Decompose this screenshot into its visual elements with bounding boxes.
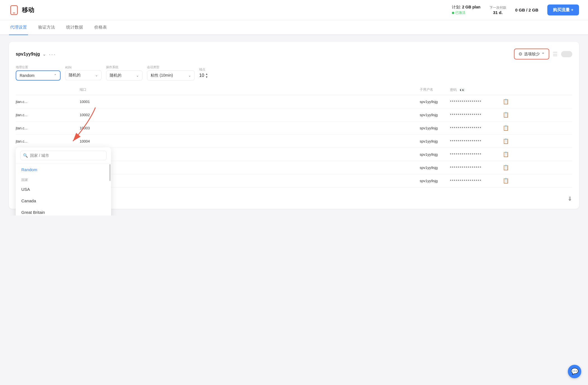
row-port: 10004 bbox=[80, 139, 417, 143]
copy-icon: 📋 bbox=[503, 138, 509, 144]
row-username: spv1yy9sjg bbox=[420, 139, 448, 143]
main-content: spv1yy9sjg ⌄ ··· ⚙ 选项较少 ⌃ ☰ 地理位置 Random bbox=[0, 35, 588, 216]
row-port: 10007 bbox=[80, 179, 417, 183]
more-options-button[interactable]: ··· bbox=[49, 51, 56, 57]
th-host bbox=[16, 87, 77, 93]
row-copy[interactable]: 📋 bbox=[503, 112, 553, 118]
card-title-area: spv1yy9sjg ⌄ ··· bbox=[16, 51, 56, 57]
row-password: **************** bbox=[450, 100, 500, 104]
row-username: spv1yy9sjg bbox=[420, 179, 448, 183]
mobile-icon bbox=[9, 5, 19, 15]
dropdown-item-canada[interactable]: Canada bbox=[16, 195, 111, 207]
geo-filter-value: Random bbox=[20, 73, 35, 78]
tab-bar: 代理设置 验证方法 统计数据 价格表 bbox=[0, 20, 588, 35]
copy-icon: 📋 bbox=[503, 152, 509, 157]
row-port: 10001 bbox=[80, 100, 417, 104]
row-copy[interactable]: 📋 bbox=[503, 98, 553, 105]
copy-icon: 📋 bbox=[503, 178, 509, 184]
gear-icon: ⚙ bbox=[518, 51, 522, 57]
dropdown-item-random[interactable]: Random bbox=[16, 164, 111, 175]
row-port: 10005 bbox=[80, 152, 417, 157]
geo-filter-select[interactable]: Random ⌃ bbox=[16, 70, 61, 81]
next-payment-value: 31 d. bbox=[490, 10, 506, 15]
port-filter-value: 10 bbox=[199, 73, 204, 78]
card-title: spv1yy9sjg bbox=[16, 52, 40, 57]
asn-filter-group: ASN 随机的 ⌄ bbox=[65, 66, 102, 80]
copy-icon: 📋 bbox=[503, 112, 509, 118]
next-payment-info: 下一次付款 31 d. bbox=[490, 5, 506, 15]
search-input[interactable] bbox=[20, 151, 107, 160]
row-port: 10006 bbox=[80, 166, 417, 170]
row-username: spv1yy9sjg bbox=[420, 126, 448, 130]
download-button[interactable]: ⇓ bbox=[568, 195, 572, 202]
toggle-switch[interactable] bbox=[561, 51, 572, 57]
plan-status: 已激活 bbox=[452, 10, 480, 15]
session-filter-select[interactable]: 粘性 (10min) ⌄ bbox=[147, 70, 195, 81]
table-row: jtan.c... 10003 spv1yy9sjg *************… bbox=[16, 122, 572, 135]
row-copy[interactable]: 📋 bbox=[503, 138, 553, 144]
asn-filter-select[interactable]: 随机的 ⌄ bbox=[65, 70, 102, 80]
card-header: spv1yy9sjg ⌄ ··· ⚙ 选项较少 ⌃ ☰ bbox=[16, 49, 572, 59]
row-password: **************** bbox=[450, 166, 500, 170]
plan-label-text: 计划: 2 GB plan bbox=[452, 5, 480, 10]
row-username: spv1yy9sjg bbox=[420, 166, 448, 170]
row-password: **************** bbox=[450, 126, 500, 130]
view-toggle-icon[interactable]: ☰ bbox=[553, 51, 558, 58]
plan-info: 计划: 2 GB plan 已激活 bbox=[452, 5, 480, 15]
row-copy[interactable]: 📋 bbox=[503, 151, 553, 157]
next-payment-label: 下一次付款 bbox=[490, 5, 506, 10]
data-usage-info: 0 GB / 2 GB bbox=[515, 8, 539, 12]
session-filter-label: 会话类型 bbox=[147, 65, 195, 69]
table-row: jtan.c... 10004 spv1yy9sjg *************… bbox=[16, 135, 572, 148]
os-chevron-icon: ⌄ bbox=[136, 74, 139, 77]
app-title: 移动 bbox=[22, 6, 34, 14]
buy-traffic-button[interactable]: 购买流量 + bbox=[547, 4, 579, 15]
copy-icon: 📋 bbox=[503, 165, 509, 170]
os-filter-group: 操作系统 随机的 ⌄ bbox=[106, 65, 143, 81]
fewer-options-button[interactable]: ⚙ 选项较少 ⌃ bbox=[514, 49, 549, 59]
os-filter-value: 随机的 bbox=[110, 73, 121, 78]
plan-label: 计划: bbox=[452, 5, 461, 9]
card-actions: ⚙ 选项较少 ⌃ ☰ bbox=[514, 49, 572, 59]
row-password: **************** bbox=[450, 152, 500, 157]
geo-chevron-icon: ⌃ bbox=[54, 74, 57, 77]
title-chevron-icon[interactable]: ⌄ bbox=[43, 52, 46, 56]
geo-dropdown: 🔍 Random 国家 USA Canada Great Britain Ger… bbox=[16, 147, 111, 216]
search-box: 🔍 bbox=[16, 147, 111, 164]
eye-icon[interactable]: 👀 bbox=[460, 87, 465, 93]
session-chevron-icon: ⌄ bbox=[188, 74, 191, 77]
row-copy[interactable]: 📋 bbox=[503, 125, 553, 131]
session-filter-value: 粘性 (10min) bbox=[151, 73, 173, 78]
row-password: **************** bbox=[450, 113, 500, 117]
dropdown-scrollbar[interactable] bbox=[109, 164, 111, 181]
row-username: spv1yy9sjg bbox=[420, 152, 448, 157]
row-copy[interactable]: 📋 bbox=[503, 178, 553, 184]
tab-auth-method[interactable]: 验证方法 bbox=[37, 20, 56, 35]
dropdown-section-countries: 国家 bbox=[16, 175, 111, 184]
logo-area: 移动 bbox=[9, 5, 452, 15]
geo-filter-group: 地理位置 Random ⌃ bbox=[16, 65, 61, 81]
row-host: jtan.c... bbox=[16, 139, 77, 143]
tab-proxy-settings[interactable]: 代理设置 bbox=[9, 20, 28, 35]
th-action bbox=[503, 87, 553, 93]
status-dot-icon bbox=[452, 12, 454, 14]
options-chevron-icon: ⌃ bbox=[541, 52, 545, 56]
tab-price-list[interactable]: 价格表 bbox=[93, 20, 108, 35]
filters-row: 地理位置 Random ⌃ ASN 随机的 ⌄ 操作系统 随机的 ⌄ bbox=[16, 65, 572, 81]
asn-filter-label: ASN bbox=[65, 66, 102, 69]
th-port: 端口 bbox=[80, 87, 417, 93]
page-header: 移动 计划: 2 GB plan 已激活 下一次付款 31 d. 0 GB / … bbox=[0, 0, 588, 20]
search-wrapper: 🔍 bbox=[20, 151, 107, 160]
dropdown-item-great-britain[interactable]: Great Britain bbox=[16, 207, 111, 216]
session-filter-group: 会话类型 粘性 (10min) ⌄ bbox=[147, 65, 195, 81]
row-copy[interactable]: 📋 bbox=[503, 164, 553, 171]
dropdown-item-usa[interactable]: USA bbox=[16, 184, 111, 195]
tab-statistics[interactable]: 统计数据 bbox=[65, 20, 84, 35]
row-host: jtan.c... bbox=[16, 126, 77, 130]
os-filter-select[interactable]: 随机的 ⌄ bbox=[106, 70, 143, 81]
port-stepper[interactable]: ▲ ▼ bbox=[205, 73, 208, 79]
row-username: spv1yy9sjg bbox=[420, 100, 448, 104]
header-right: 计划: 2 GB plan 已激活 下一次付款 31 d. 0 GB / 2 G… bbox=[452, 4, 579, 15]
row-password: **************** bbox=[450, 139, 500, 143]
row-host: jtan.c... bbox=[16, 113, 77, 117]
